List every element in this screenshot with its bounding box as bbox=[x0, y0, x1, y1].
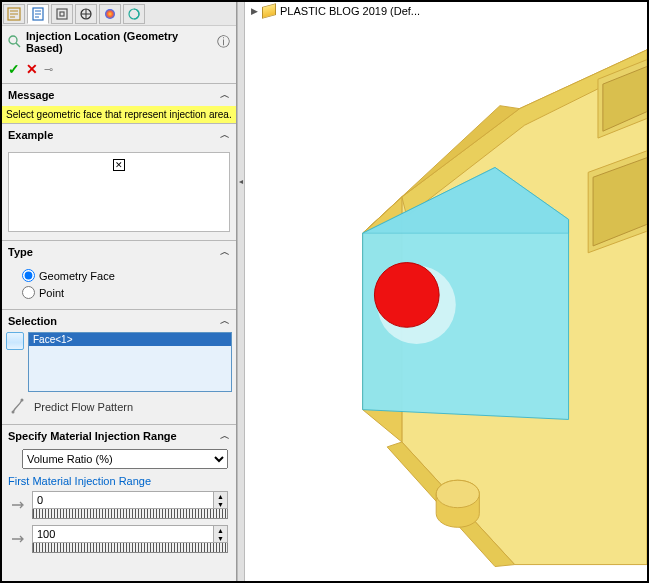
help-icon[interactable]: ⓘ bbox=[217, 33, 230, 51]
svg-point-7 bbox=[9, 36, 17, 44]
svg-rect-3 bbox=[60, 12, 64, 16]
example-section: Example ︿ ✕ bbox=[2, 123, 236, 240]
range-header[interactable]: Specify Material Injection Range ︿ bbox=[2, 425, 236, 447]
predict-flow-icon bbox=[10, 398, 28, 416]
pin-button[interactable]: ⊸ bbox=[44, 63, 53, 76]
predict-flow-button[interactable]: Predict Flow Pattern bbox=[2, 392, 236, 424]
point-radio[interactable]: Point bbox=[8, 284, 230, 301]
chevron-up-icon: ︿ bbox=[220, 314, 230, 328]
message-text: Select geometric face that represent inj… bbox=[2, 106, 236, 123]
display-manager-tab[interactable] bbox=[99, 4, 121, 24]
spin-up-button[interactable]: ▲ bbox=[213, 526, 227, 534]
chevron-up-icon: ︿ bbox=[220, 88, 230, 102]
svg-point-5 bbox=[105, 9, 115, 19]
geometry-face-radio[interactable]: Geometry Face bbox=[8, 267, 230, 284]
range-start-row: ▲ ▼ bbox=[2, 489, 236, 521]
configuration-manager-tab[interactable] bbox=[51, 4, 73, 24]
ok-button[interactable]: ✓ bbox=[8, 61, 20, 77]
plastics-tab[interactable] bbox=[123, 4, 145, 24]
panel-title-row: Injection Location (Geometry Based) ⓘ bbox=[2, 26, 236, 58]
svg-point-23 bbox=[374, 263, 439, 328]
face-selection-icon bbox=[6, 332, 24, 350]
range-start-icon bbox=[10, 497, 26, 513]
list-item[interactable]: Face<1> bbox=[29, 333, 231, 346]
panel-tab-row bbox=[2, 2, 236, 26]
range-section: Specify Material Injection Range ︿ Volum… bbox=[2, 424, 236, 557]
splitter-handle[interactable] bbox=[237, 2, 245, 581]
range-start-slider[interactable] bbox=[32, 509, 228, 519]
svg-point-9 bbox=[12, 411, 15, 414]
type-header[interactable]: Type ︿ bbox=[2, 241, 236, 263]
spin-down-button[interactable]: ▼ bbox=[213, 534, 227, 542]
property-manager-tab[interactable] bbox=[27, 4, 49, 24]
example-glyph-icon: ✕ bbox=[113, 159, 125, 171]
type-section: Type ︿ Geometry Face Point bbox=[2, 240, 236, 309]
chevron-up-icon: ︿ bbox=[220, 429, 230, 443]
chevron-up-icon: ︿ bbox=[220, 245, 230, 259]
panel-title: Injection Location (Geometry Based) bbox=[26, 30, 213, 54]
3d-viewport[interactable]: ▶ PLASTIC BLOG 2019 (Def... bbox=[245, 2, 647, 581]
first-range-label: First Material Injection Range bbox=[2, 473, 236, 489]
spin-down-button[interactable]: ▼ bbox=[213, 500, 227, 508]
example-preview: ✕ bbox=[8, 152, 230, 232]
cancel-button[interactable]: ✕ bbox=[26, 61, 38, 77]
message-header[interactable]: Message ︿ bbox=[2, 84, 236, 106]
model-geometry bbox=[245, 2, 647, 581]
svg-point-24 bbox=[436, 480, 479, 507]
svg-line-8 bbox=[16, 43, 20, 47]
action-row: ✓ ✕ ⊸ bbox=[2, 58, 236, 83]
svg-point-10 bbox=[21, 399, 24, 402]
chevron-up-icon: ︿ bbox=[220, 128, 230, 142]
spin-up-button[interactable]: ▲ bbox=[213, 492, 227, 500]
injection-location-icon bbox=[8, 35, 22, 49]
feature-manager-tab[interactable] bbox=[3, 4, 25, 24]
dimxpert-tab[interactable] bbox=[75, 4, 97, 24]
range-end-row: ▲ ▼ bbox=[2, 523, 236, 555]
property-manager-panel: Injection Location (Geometry Based) ⓘ ✓ … bbox=[2, 2, 237, 581]
message-section: Message ︿ Select geometric face that rep… bbox=[2, 83, 236, 123]
range-end-slider[interactable] bbox=[32, 543, 228, 553]
svg-rect-2 bbox=[57, 9, 67, 19]
range-end-input[interactable] bbox=[33, 528, 213, 540]
range-end-icon bbox=[10, 531, 26, 547]
selection-listbox[interactable]: Face<1> bbox=[28, 332, 232, 392]
example-header[interactable]: Example ︿ bbox=[2, 124, 236, 146]
range-start-input[interactable] bbox=[33, 494, 213, 506]
selection-header[interactable]: Selection ︿ bbox=[2, 310, 236, 332]
selection-section: Selection ︿ Face<1> Predict Flow Pattern bbox=[2, 309, 236, 424]
range-mode-dropdown[interactable]: Volume Ratio (%) bbox=[22, 449, 228, 469]
